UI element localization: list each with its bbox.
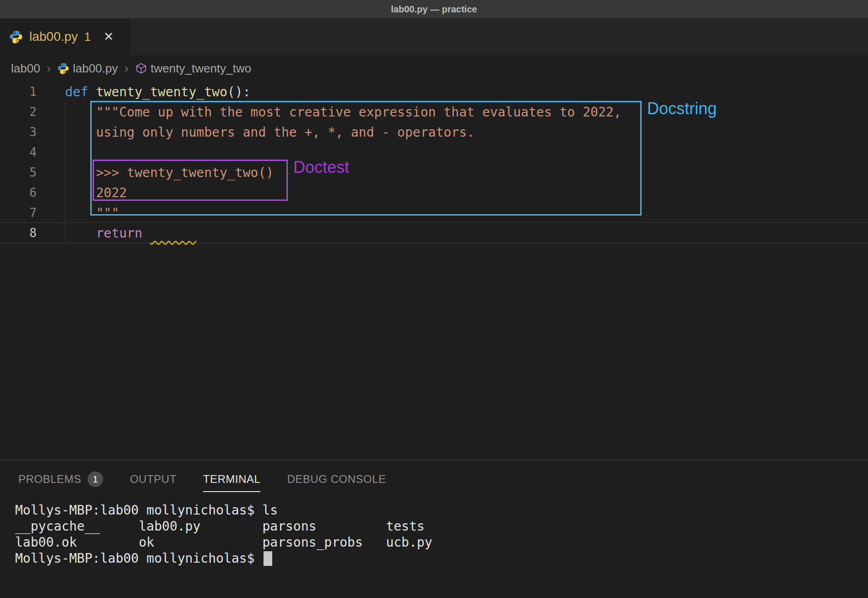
code-token: """Come up with the most creative expres…: [65, 105, 621, 120]
terminal-line: lab00.ok ok parsons_probs ucb.py: [15, 534, 868, 550]
terminal-line: Mollys-MBP:lab00 mollynicholas$: [15, 550, 868, 566]
code-line[interactable]: 7 """: [0, 203, 868, 223]
panel-tab-bar: PROBLEMS 1 OUTPUT TERMINAL DEBUG CONSOLE: [0, 460, 868, 488]
line-number: 6: [0, 186, 37, 199]
python-icon: [9, 30, 23, 44]
breadcrumb-file[interactable]: lab00.py: [57, 61, 118, 76]
panel-tab-output[interactable]: OUTPUT: [130, 473, 176, 486]
breadcrumb-folder[interactable]: lab00: [11, 61, 40, 76]
code-token: using only numbers and the +, *, and - o…: [65, 125, 474, 140]
tab-lab00[interactable]: lab00.py 1 ✕: [0, 18, 130, 55]
tab-close-icon[interactable]: ✕: [104, 29, 114, 44]
window-titlebar: lab00.py — practice: [0, 0, 868, 18]
terminal-line: __pycache__ lab00.py parsons tests: [15, 518, 868, 534]
problems-count-badge: 1: [88, 471, 103, 487]
panel-tab-terminal[interactable]: TERMINAL: [203, 473, 260, 486]
docstring-annotation-label: Docstring: [647, 99, 717, 118]
python-icon: [57, 62, 69, 74]
code-token: >>> twenty_twenty_two(): [65, 165, 274, 180]
line-number: 3: [0, 125, 37, 139]
bottom-panel: PROBLEMS 1 OUTPUT TERMINAL DEBUG CONSOLE…: [0, 460, 868, 598]
code-line[interactable]: 5 >>> twenty_twenty_two(): [0, 162, 868, 183]
indent-guide: [65, 102, 66, 243]
code-line[interactable]: 6 2022: [0, 183, 868, 203]
code-line[interactable]: 3 using only numbers and the +, *, and -…: [0, 122, 868, 142]
panel-tab-problems[interactable]: PROBLEMS 1: [18, 471, 103, 487]
line-number: 5: [0, 166, 37, 179]
line-number: 8: [0, 226, 37, 240]
warning-squiggle: [150, 226, 196, 241]
tab-problem-count: 1: [84, 30, 91, 44]
line-number: 7: [0, 206, 37, 220]
terminal-line: Mollys-MBP:lab00 mollynicholas$ ls: [15, 502, 868, 518]
panel-tab-debug-console[interactable]: DEBUG CONSOLE: [287, 473, 386, 486]
code-token: ():: [227, 84, 251, 100]
line-number: 2: [0, 105, 37, 119]
code-line[interactable]: 2 """Come up with the most creative expr…: [0, 102, 868, 122]
breadcrumb: lab00 › lab00.py › twenty_twenty_two: [0, 55, 868, 82]
breadcrumb-symbol[interactable]: twenty_twenty_two: [135, 61, 252, 76]
symbol-cube-icon: [135, 62, 147, 74]
editor-tab-strip: lab00.py 1 ✕: [0, 18, 868, 55]
chevron-right-icon: ›: [47, 61, 51, 76]
tab-label: lab00.py: [29, 29, 78, 44]
code-token: def: [65, 84, 96, 100]
chevron-right-icon: ›: [124, 61, 128, 76]
line-number: 1: [0, 85, 37, 99]
terminal[interactable]: Mollys-MBP:lab00 mollynicholas$ ls __pyc…: [0, 488, 868, 566]
code-token: """: [65, 205, 119, 221]
code-token: return: [65, 226, 150, 241]
code-line[interactable]: 4: [0, 142, 868, 162]
line-number: 4: [0, 145, 37, 159]
window-title: lab00.py — practice: [391, 4, 477, 15]
code-line[interactable]: 1 def twenty_twenty_two():: [0, 82, 868, 102]
doctest-annotation-label: Doctest: [293, 158, 349, 177]
terminal-cursor: [264, 551, 272, 566]
code-line-current[interactable]: 8 return: [0, 223, 868, 243]
code-token: twenty_twenty_two: [96, 84, 227, 100]
code-editor[interactable]: 1 def twenty_twenty_two(): 2 """Come up …: [0, 82, 868, 460]
code-token: 2022: [65, 185, 127, 200]
